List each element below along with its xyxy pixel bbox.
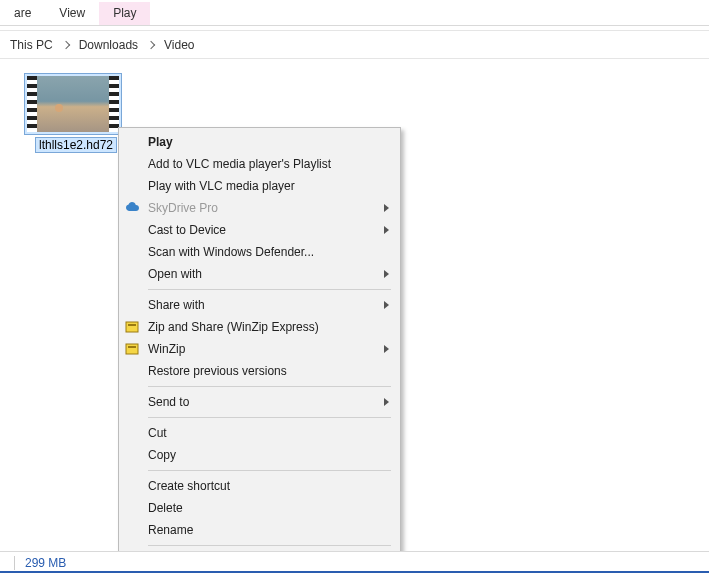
status-size: 299 MB: [25, 556, 66, 570]
chevron-right-icon: [384, 301, 389, 309]
film-sprocket-icon: [109, 76, 119, 132]
menu-create-shortcut[interactable]: Create shortcut: [120, 475, 399, 497]
file-name-label[interactable]: lthlls1e2.hd72: [35, 137, 117, 153]
file-item[interactable]: lthlls1e2.hd72: [24, 73, 128, 156]
chevron-right-icon: [384, 345, 389, 353]
menu-add-to-vlc-playlist[interactable]: Add to VLC media player's Playlist: [120, 153, 399, 175]
status-divider: [14, 556, 15, 570]
menu-separator: [148, 545, 391, 546]
winzip-icon: [125, 341, 141, 357]
breadcrumb[interactable]: This PC Downloads Video: [0, 31, 709, 59]
menu-separator: [148, 470, 391, 471]
svg-rect-3: [128, 346, 136, 348]
menu-separator: [148, 386, 391, 387]
menu-share-with[interactable]: Share with: [120, 294, 399, 316]
cloud-icon: [125, 200, 141, 216]
winzip-icon: [125, 319, 141, 335]
menu-cut[interactable]: Cut: [120, 422, 399, 444]
status-bar: 299 MB: [0, 551, 709, 573]
film-sprocket-icon: [27, 76, 37, 132]
menu-separator: [148, 289, 391, 290]
menu-zip-and-share[interactable]: Zip and Share (WinZip Express): [120, 316, 399, 338]
menu-cast-to-device[interactable]: Cast to Device: [120, 219, 399, 241]
thumbnail-content: [55, 104, 63, 112]
chevron-right-icon: [61, 40, 69, 48]
svg-rect-2: [126, 344, 138, 354]
ribbon-tab-play[interactable]: Play: [99, 2, 150, 25]
menu-copy[interactable]: Copy: [120, 444, 399, 466]
ribbon-tab-share[interactable]: are: [0, 2, 45, 25]
breadcrumb-item-video[interactable]: Video: [160, 38, 198, 52]
menu-delete[interactable]: Delete: [120, 497, 399, 519]
menu-restore-versions[interactable]: Restore previous versions: [120, 360, 399, 382]
ribbon-tab-play-label: Play: [113, 6, 136, 20]
menu-skydrive-pro[interactable]: SkyDrive Pro: [120, 197, 399, 219]
svg-rect-1: [128, 324, 136, 326]
chevron-right-icon: [384, 204, 389, 212]
menu-play[interactable]: Play: [120, 131, 399, 153]
chevron-right-icon: [147, 40, 155, 48]
menu-winzip[interactable]: WinZip: [120, 338, 399, 360]
chevron-right-icon: [384, 398, 389, 406]
svg-rect-0: [126, 322, 138, 332]
menu-play-with-vlc[interactable]: Play with VLC media player: [120, 175, 399, 197]
menu-rename[interactable]: Rename: [120, 519, 399, 541]
chevron-right-icon: [384, 270, 389, 278]
ribbon-tabs: are View Play: [0, 0, 709, 26]
menu-scan-defender[interactable]: Scan with Windows Defender...: [120, 241, 399, 263]
ribbon-tab-view[interactable]: View: [45, 2, 99, 25]
menu-separator: [148, 417, 391, 418]
chevron-right-icon: [384, 226, 389, 234]
breadcrumb-item-thispc[interactable]: This PC: [6, 38, 57, 52]
menu-send-to[interactable]: Send to: [120, 391, 399, 413]
context-menu: Play Add to VLC media player's Playlist …: [118, 127, 401, 573]
menu-open-with[interactable]: Open with: [120, 263, 399, 285]
file-thumbnail[interactable]: [24, 73, 122, 135]
breadcrumb-item-downloads[interactable]: Downloads: [75, 38, 142, 52]
